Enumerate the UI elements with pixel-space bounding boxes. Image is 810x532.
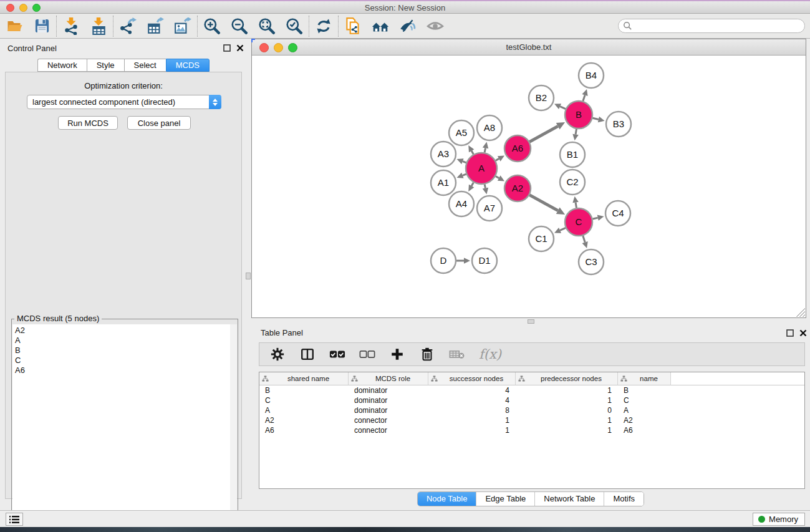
tab-motifs[interactable]: Motifs bbox=[604, 492, 644, 506]
tab-mcds[interactable]: MCDS bbox=[166, 59, 210, 72]
tab-select[interactable]: Select bbox=[124, 59, 166, 72]
cell-shared-name[interactable]: A6 bbox=[259, 426, 349, 435]
delete-table-button[interactable] bbox=[449, 346, 465, 362]
column-header-MCDS-role[interactable]: MCDS role bbox=[349, 372, 428, 385]
edge-C-C4[interactable] bbox=[592, 218, 597, 219]
edge-A-A5[interactable] bbox=[471, 151, 473, 155]
column-header-predecessor-nodes[interactable]: predecessor nodes bbox=[516, 372, 618, 385]
edge-A6-B[interactable] bbox=[529, 126, 557, 142]
function-builder-button[interactable]: f(x) bbox=[479, 346, 501, 362]
cell-predecessor-nodes[interactable]: 1 bbox=[516, 426, 618, 435]
mcds-result-list[interactable]: A2ABCA6 bbox=[12, 324, 231, 529]
export-network-button[interactable] bbox=[118, 17, 137, 36]
edge-A2-C[interactable] bbox=[529, 195, 557, 211]
import-network-button[interactable] bbox=[62, 17, 80, 36]
zoom-selected-button[interactable] bbox=[285, 17, 304, 36]
edge-A-A6[interactable] bbox=[496, 158, 499, 160]
tab-edge-table[interactable]: Edge Table bbox=[476, 492, 535, 506]
edge-B-B4[interactable] bbox=[583, 95, 585, 101]
result-item[interactable]: B bbox=[15, 346, 230, 355]
zoom-out-button[interactable] bbox=[230, 17, 249, 36]
table-row[interactable]: Bdominator41B bbox=[259, 385, 804, 395]
column-header-shared-name[interactable]: shared name bbox=[259, 372, 349, 385]
edge-C-C3[interactable] bbox=[583, 236, 585, 243]
vertical-splitter-handle[interactable] bbox=[246, 273, 251, 279]
clone-network-button[interactable] bbox=[344, 17, 362, 36]
cell-MCDS-role[interactable]: dominator bbox=[349, 396, 428, 405]
edge-A-A4[interactable] bbox=[471, 183, 473, 186]
edge-B-B3[interactable] bbox=[592, 118, 598, 119]
import-table-button[interactable] bbox=[89, 17, 108, 36]
cell-MCDS-role[interactable]: connector bbox=[349, 416, 428, 425]
open-session-button[interactable] bbox=[5, 17, 24, 36]
deselect-all-rows-button[interactable] bbox=[359, 346, 375, 362]
edge-A-A1[interactable] bbox=[463, 174, 466, 175]
close-panel-button[interactable]: Close panel bbox=[127, 116, 191, 130]
cell-successor-nodes[interactable]: 8 bbox=[428, 406, 516, 415]
columns-button[interactable] bbox=[299, 346, 316, 362]
result-item[interactable]: A bbox=[15, 336, 230, 346]
cell-successor-nodes[interactable]: 1 bbox=[428, 416, 516, 425]
add-button[interactable] bbox=[389, 346, 405, 362]
cell-MCDS-role[interactable]: dominator bbox=[349, 386, 428, 395]
cell-successor-nodes[interactable]: 1 bbox=[428, 426, 516, 435]
run-mcds-button[interactable]: Run MCDS bbox=[58, 116, 118, 130]
table-row[interactable]: Adominator80A bbox=[259, 405, 804, 415]
delete-button[interactable] bbox=[419, 346, 435, 362]
edge-A-A3[interactable] bbox=[463, 162, 466, 163]
network-canvas[interactable]: B4B2BB3A8A5A6A3B1AA1C2A2A4A7C4CC1C3DD1 bbox=[252, 56, 806, 317]
cell-name[interactable]: A6 bbox=[618, 426, 671, 435]
table-settings-button[interactable] bbox=[269, 346, 286, 362]
node-table[interactable]: shared nameMCDS rolesuccessor nodesprede… bbox=[259, 372, 805, 489]
cell-name[interactable]: A bbox=[618, 406, 671, 415]
first-neighbors-button[interactable] bbox=[371, 17, 390, 36]
zoom-in-button[interactable] bbox=[203, 17, 221, 36]
result-item[interactable]: A2 bbox=[15, 326, 230, 336]
resize-grip-icon[interactable] bbox=[796, 308, 805, 317]
criterion-select[interactable]: largest connected component (directed) bbox=[27, 95, 221, 109]
memory-button[interactable]: Memory bbox=[753, 513, 805, 526]
edge-C-C2[interactable] bbox=[576, 203, 576, 208]
cell-shared-name[interactable]: C bbox=[259, 396, 349, 405]
save-session-button[interactable] bbox=[32, 17, 51, 36]
edge-B-B1[interactable] bbox=[576, 129, 576, 135]
edge-C-C1[interactable] bbox=[560, 228, 566, 230]
edge-A-A7[interactable] bbox=[485, 184, 485, 188]
cell-successor-nodes[interactable]: 4 bbox=[428, 396, 516, 405]
cell-shared-name[interactable]: A bbox=[259, 406, 349, 415]
export-image-button[interactable] bbox=[173, 17, 192, 36]
column-header-successor-nodes[interactable]: successor nodes bbox=[428, 372, 516, 385]
cell-name[interactable]: A2 bbox=[618, 416, 671, 425]
table-row[interactable]: Cdominator41C bbox=[259, 395, 804, 405]
export-table-button[interactable] bbox=[146, 17, 165, 36]
float-panel-icon[interactable] bbox=[223, 44, 231, 52]
tab-network[interactable]: Network bbox=[37, 59, 87, 72]
cell-shared-name[interactable]: A2 bbox=[259, 416, 349, 425]
refresh-button[interactable] bbox=[314, 17, 333, 36]
horizontal-splitter-handle[interactable] bbox=[528, 319, 534, 324]
cell-predecessor-nodes[interactable]: 1 bbox=[516, 416, 618, 425]
search-input[interactable] bbox=[635, 21, 804, 32]
result-item[interactable]: C bbox=[15, 355, 230, 365]
result-item[interactable]: A6 bbox=[15, 365, 230, 375]
table-row[interactable]: A2connector11A2 bbox=[259, 415, 804, 425]
select-all-rows-button[interactable] bbox=[329, 346, 345, 362]
cell-predecessor-nodes[interactable]: 0 bbox=[516, 406, 618, 415]
show-eye-button[interactable] bbox=[426, 17, 445, 36]
cell-name[interactable]: C bbox=[618, 396, 671, 405]
edge-A-A8[interactable] bbox=[485, 148, 485, 152]
column-header-name[interactable]: name bbox=[618, 372, 671, 385]
cell-predecessor-nodes[interactable]: 1 bbox=[516, 396, 618, 405]
hide-details-button[interactable] bbox=[398, 17, 417, 36]
result-scrollbar[interactable] bbox=[230, 324, 237, 529]
tab-network-table[interactable]: Network Table bbox=[535, 492, 604, 506]
edge-B-B2[interactable] bbox=[560, 107, 566, 109]
cell-MCDS-role[interactable]: dominator bbox=[349, 406, 428, 415]
cell-MCDS-role[interactable]: connector bbox=[349, 426, 428, 435]
tab-style[interactable]: Style bbox=[87, 59, 124, 72]
cell-shared-name[interactable]: B bbox=[259, 386, 349, 395]
close-table-panel-icon[interactable] bbox=[799, 329, 807, 337]
cell-predecessor-nodes[interactable]: 1 bbox=[516, 386, 618, 395]
network-window-titlebar[interactable]: testGlobe.txt bbox=[252, 39, 806, 56]
float-table-panel-icon[interactable] bbox=[786, 329, 794, 337]
